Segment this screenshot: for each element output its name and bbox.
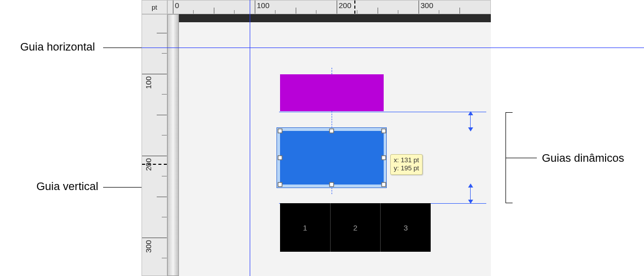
tooltip-x: x: 131 pt <box>394 156 419 164</box>
resize-handle[interactable] <box>278 156 283 160</box>
ruler-unit-label: pt <box>142 0 167 14</box>
blue-rect[interactable] <box>280 131 384 185</box>
horizontal-guide[interactable] <box>142 48 644 48</box>
resize-handle[interactable] <box>278 129 283 133</box>
black-cell: 1 <box>280 203 330 252</box>
spacing-arrow-icon <box>470 184 471 203</box>
ruler-cursor-marker <box>354 1 355 14</box>
ruler-tick-label: 100 <box>144 76 153 89</box>
canvas[interactable]: x: 131 pt y: 195 pt 1 2 3 <box>179 22 491 276</box>
black-cell: 3 <box>380 203 431 252</box>
label-horizontal-guide: Guia horizontal <box>20 40 95 54</box>
ruler-tick-label: 300 <box>144 240 153 253</box>
ruler-tick-label: 0 <box>175 1 179 10</box>
editor-viewport: pt 0 100 200 300 100 200 300 <box>142 0 491 276</box>
lead-line <box>505 158 537 158</box>
position-tooltip: x: 131 pt y: 195 pt <box>390 154 423 175</box>
magenta-rect[interactable] <box>280 74 384 111</box>
ruler-tick-label: 200 <box>339 1 351 10</box>
page-edge-strip <box>179 14 491 22</box>
ruler-tick-label: 100 <box>257 1 269 10</box>
ruler-bevel <box>167 14 179 276</box>
label-dynamic-guides: Guias dinâmicos <box>542 152 624 165</box>
label-vertical-guide: Guia vertical <box>36 180 98 193</box>
resize-handle[interactable] <box>382 129 386 133</box>
vertical-guide[interactable] <box>250 0 250 276</box>
dynamic-guide <box>279 112 486 112</box>
ruler-tick-label: 300 <box>421 1 433 10</box>
resize-handle[interactable] <box>330 182 334 187</box>
resize-handle[interactable] <box>278 182 283 187</box>
horizontal-ruler[interactable]: 0 100 200 300 <box>167 0 491 14</box>
tooltip-y: y: 195 pt <box>394 164 419 172</box>
black-group-rect[interactable]: 1 2 3 <box>280 203 431 252</box>
black-cell: 2 <box>330 203 381 252</box>
resize-handle[interactable] <box>330 129 334 133</box>
ruler-cursor-marker <box>142 164 167 165</box>
resize-handle[interactable] <box>382 156 386 160</box>
vertical-ruler[interactable]: 100 200 300 <box>142 14 167 276</box>
spacing-arrow-icon <box>470 112 471 131</box>
resize-handle[interactable] <box>382 182 386 187</box>
